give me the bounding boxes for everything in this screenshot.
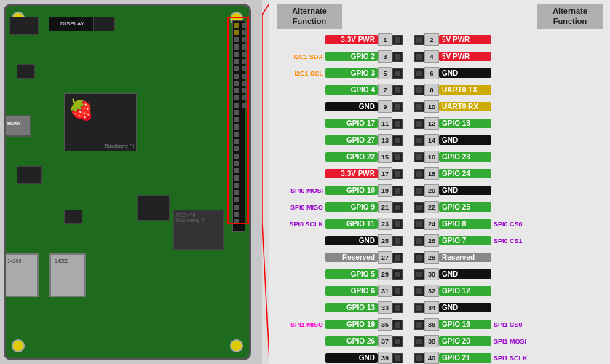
pin-row: GPIO 27 13 14 GND bbox=[273, 132, 606, 149]
alt-func-right: SPI1 CS0 bbox=[491, 321, 544, 328]
chip-label: Raspberry Pi bbox=[105, 143, 134, 149]
pin-num-left: 39 bbox=[378, 352, 392, 364]
connector-left bbox=[392, 85, 403, 95]
gpio-pin-strip bbox=[232, 20, 245, 232]
pin-num-right: 8 bbox=[424, 84, 439, 96]
pin-row: I2C1 SDA GPIO 2 3 4 5V PWR bbox=[273, 49, 606, 65]
pin-name-left: GPIO 22 bbox=[325, 152, 378, 162]
pin-name-right: GPIO 8 bbox=[439, 219, 491, 229]
connector-left bbox=[392, 152, 403, 162]
pin-num-right: 24 bbox=[424, 218, 439, 230]
pin-name-right: 5V PWR bbox=[439, 35, 491, 44]
display-label: DISPLAY bbox=[60, 20, 84, 27]
connector-right bbox=[414, 186, 424, 196]
pin-row: 3.3V PWR 1 2 5V PWR bbox=[273, 32, 606, 48]
pin-num-left: 31 bbox=[378, 285, 392, 297]
pin-name-left: GPIO 26 bbox=[325, 336, 378, 346]
pin-name-right: GPIO 23 bbox=[439, 152, 491, 162]
pin-name-left: GPIO 2 bbox=[325, 52, 378, 61]
pin-row: GPIO 22 15 16 GPIO 23 bbox=[273, 149, 606, 165]
pin-name-right: GPIO 24 bbox=[439, 169, 491, 178]
pin-num-left: 35 bbox=[378, 318, 392, 331]
pin-row: Reserved 27 28 Reserved bbox=[273, 250, 606, 266]
connector-left bbox=[392, 269, 403, 280]
alt-func-left: SPI0 SCLK bbox=[273, 221, 325, 228]
pin-num-left: 9 bbox=[378, 100, 392, 113]
usb-port-1: 14393 bbox=[4, 253, 39, 297]
connector-left bbox=[392, 35, 403, 45]
pin-num-left: 23 bbox=[378, 218, 392, 230]
pin-num-left: 1 bbox=[378, 33, 392, 46]
connector-left bbox=[392, 286, 403, 296]
pin-num-right: 16 bbox=[424, 151, 439, 163]
hdmi-label: HDMI bbox=[7, 121, 20, 126]
pin-num-left: 13 bbox=[378, 134, 392, 146]
pin-num-left: 21 bbox=[378, 201, 392, 213]
pin-name-left: GPIO 11 bbox=[325, 219, 378, 229]
connector-left bbox=[392, 236, 403, 246]
pin-num-right: 4 bbox=[424, 50, 439, 63]
connector-right bbox=[414, 52, 424, 62]
pin-num-right: 26 bbox=[424, 234, 439, 247]
pin-num-right: 18 bbox=[424, 167, 439, 180]
raspberry-pi-board: DISPLAY HDMI 🍓 Raspberry Pi FE8 478Raspb… bbox=[4, 4, 251, 360]
connector-left bbox=[392, 353, 403, 363]
connector-right bbox=[414, 320, 424, 330]
pin-name-right: GPIO 21 bbox=[439, 353, 491, 363]
pin-name-left: GPIO 17 bbox=[325, 119, 378, 128]
alt-func-right: SPI0 CS1 bbox=[491, 237, 544, 245]
alt-func-header-right: Alternate Function bbox=[537, 4, 603, 29]
chip-s3 bbox=[137, 195, 170, 221]
pin-name-right: Reserved bbox=[439, 253, 491, 262]
connector-right bbox=[414, 202, 424, 213]
pin-row: SPI0 MOSI GPIO 10 19 20 GND bbox=[273, 183, 606, 199]
pin-name-right: 5V PWR bbox=[439, 52, 491, 61]
pin-row: SPI0 MISO GPIO 9 21 22 GPIO 25 bbox=[273, 199, 606, 215]
connector-left bbox=[392, 320, 403, 330]
pin-num-left: 17 bbox=[378, 167, 392, 180]
pin-name-right: GPIO 18 bbox=[439, 119, 491, 128]
pin-name-left: GPIO 5 bbox=[325, 269, 378, 279]
pin-name-left: GPIO 19 bbox=[325, 320, 378, 329]
pin-name-right: GPIO 20 bbox=[439, 336, 491, 346]
connector-area bbox=[262, 0, 269, 364]
alt-func-left: I2C1 SDA bbox=[273, 53, 325, 60]
pin-name-left: GND bbox=[325, 236, 378, 245]
chip-top-left bbox=[9, 17, 39, 35]
pin-row: GND 9 10 UART0 RX bbox=[273, 99, 606, 115]
pin-num-left: 19 bbox=[378, 184, 392, 197]
pin-name-right: GND bbox=[439, 68, 491, 78]
connector-right bbox=[414, 303, 424, 313]
pin-num-right: 14 bbox=[424, 134, 439, 146]
pin-num-left: 7 bbox=[378, 84, 392, 96]
pin-name-left: GPIO 4 bbox=[325, 85, 378, 95]
connector-right bbox=[414, 336, 424, 347]
pin-num-left: 29 bbox=[378, 268, 392, 280]
connector-left bbox=[392, 169, 403, 179]
pin-row: GPIO 26 37 38 GPIO 20 SPI1 MOSI bbox=[273, 333, 606, 349]
mounting-hole-br bbox=[230, 339, 243, 352]
pin-name-right: UART0 RX bbox=[439, 102, 491, 111]
pin-num-left: 5 bbox=[378, 67, 392, 79]
connector-right bbox=[414, 135, 424, 146]
pin-name-right: GND bbox=[439, 135, 491, 145]
pin-name-right: GPIO 12 bbox=[439, 286, 491, 296]
pin-row: GPIO 17 11 12 GPIO 18 bbox=[273, 116, 606, 132]
pin-num-right: 36 bbox=[424, 318, 439, 331]
connector-right bbox=[414, 35, 424, 45]
connector-right bbox=[414, 119, 424, 129]
connector-right bbox=[414, 286, 424, 296]
pin-row: GPIO 5 29 30 GND bbox=[273, 266, 606, 282]
pin-num-right: 32 bbox=[424, 285, 439, 297]
alt-func-right: SPI0 CS0 bbox=[491, 221, 544, 228]
pin-num-right: 2 bbox=[424, 33, 439, 46]
pin-row: 3.3V PWR 17 18 GPIO 24 bbox=[273, 166, 606, 182]
connector-right bbox=[414, 85, 424, 95]
pin-num-left: 11 bbox=[378, 117, 392, 130]
pin-name-right: GND bbox=[439, 303, 491, 312]
pin-name-left: GPIO 13 bbox=[325, 303, 378, 312]
hdmi-port bbox=[4, 115, 31, 137]
pin-num-right: 38 bbox=[424, 335, 439, 347]
pin-num-right: 30 bbox=[424, 268, 439, 280]
network-chip: FE8 478Raspberry Pi bbox=[173, 210, 224, 250]
